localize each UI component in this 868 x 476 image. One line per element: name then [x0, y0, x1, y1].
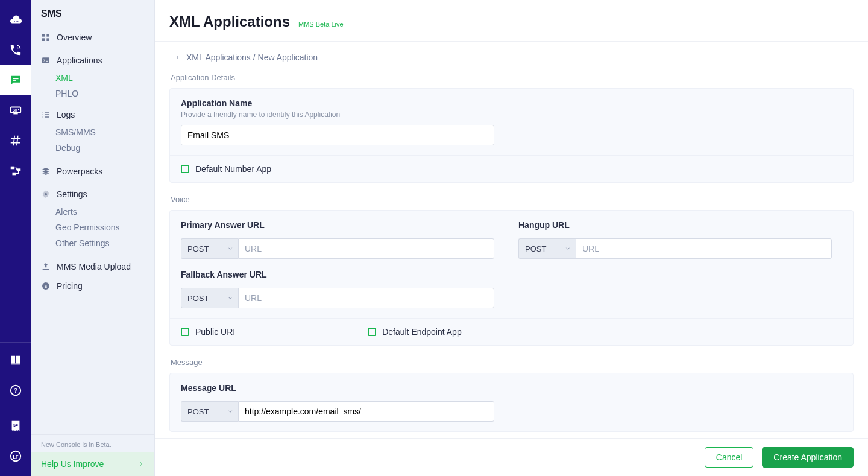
cancel-button[interactable]: Cancel [705, 447, 754, 468]
sidebar-sub-smsmms[interactable]: SMS/MMS [31, 124, 154, 140]
checkbox-icon [181, 165, 189, 173]
breadcrumb-text: XML Applications / New Application [186, 52, 318, 62]
chevron-right-icon [137, 460, 145, 468]
sidebar-label: Applications [57, 56, 102, 65]
message-method-select[interactable]: POST [181, 401, 238, 422]
svg-text:SIP: SIP [13, 108, 19, 112]
checkbox-label: Default Number App [195, 164, 271, 174]
default-endpoint-checkbox[interactable]: Default Endpoint App [368, 327, 462, 337]
phone-icon [9, 43, 22, 57]
rail-docs[interactable] [0, 345, 31, 375]
svg-rect-8 [11, 167, 14, 170]
svg-point-2 [17, 21, 19, 22]
hangup-method-select[interactable]: POST [518, 238, 576, 259]
svg-rect-3 [13, 78, 18, 79]
section-voice: Voice [171, 195, 854, 204]
rail-sip[interactable]: SIP [0, 95, 31, 125]
public-uri-checkbox[interactable]: Public URI [181, 327, 235, 337]
rail-numbers[interactable] [0, 125, 31, 156]
svg-rect-4 [13, 80, 16, 81]
sidebar-sub-geo[interactable]: Geo Permissions [31, 220, 154, 235]
rail-voice[interactable] [0, 35, 31, 65]
checkbox-label: Default Endpoint App [382, 327, 462, 337]
svg-point-1 [16, 21, 17, 22]
sip-icon: SIP [9, 104, 22, 117]
checkbox-label: Public URI [195, 327, 235, 337]
sidebar-item-logs[interactable]: Logs [31, 105, 154, 124]
sidebar-item-mms-media[interactable]: MMS Media Upload [31, 257, 154, 276]
sidebar-label: Settings [57, 189, 87, 199]
svg-rect-20 [46, 38, 49, 41]
svg-point-0 [14, 21, 15, 22]
terminal-icon [41, 56, 51, 65]
sidebar-item-pricing[interactable]: $ Pricing [31, 276, 154, 296]
rail-home[interactable] [0, 5, 31, 35]
create-application-button[interactable]: Create Application [762, 447, 854, 468]
svg-rect-21 [42, 57, 49, 63]
book-icon [9, 354, 22, 367]
primary-method-select[interactable]: POST [181, 238, 238, 259]
icon-rail: SIP ? $= LF [0, 0, 31, 476]
footer-bar: Cancel Create Application [155, 438, 868, 476]
hangup-url-input[interactable] [576, 238, 832, 259]
nodes-icon [9, 164, 22, 177]
sidebar: SMS Overview Applications XML PHLO Logs … [31, 0, 155, 476]
dollar-icon: $ [41, 281, 51, 291]
rail-trunks[interactable] [0, 156, 31, 186]
method-value: POST [525, 244, 546, 253]
fallback-method-select[interactable]: POST [181, 288, 238, 308]
rail-billing[interactable]: $= [0, 411, 31, 441]
beta-note: New Console is in Beta. [31, 435, 154, 452]
chevron-down-icon [227, 246, 233, 252]
invoice-icon: $= [9, 419, 22, 433]
page-badge: MMS Beta Live [298, 21, 344, 28]
message-url-input[interactable] [238, 401, 494, 422]
sidebar-sub-alerts[interactable]: Alerts [31, 204, 154, 220]
svg-rect-7 [13, 113, 17, 115]
sidebar-item-powerpacks[interactable]: Powerpacks [31, 162, 154, 181]
card-message: Message URL POST [169, 373, 854, 432]
primary-url-input[interactable] [238, 238, 494, 259]
sidebar-item-settings[interactable]: Settings [31, 185, 154, 204]
svg-rect-18 [46, 34, 49, 37]
default-number-app-checkbox[interactable]: Default Number App [181, 164, 271, 174]
method-value: POST [187, 244, 209, 253]
fallback-url-input[interactable] [238, 288, 494, 308]
sidebar-item-overview[interactable]: Overview [31, 28, 154, 47]
chevron-down-icon [227, 295, 233, 301]
sidebar-sub-other[interactable]: Other Settings [31, 235, 154, 251]
rail-help[interactable]: ? [0, 375, 31, 405]
sidebar-label: Logs [57, 110, 75, 119]
stack-icon [41, 167, 51, 176]
svg-text:?: ? [14, 387, 17, 394]
hash-icon [9, 134, 22, 147]
dashboard-icon [41, 33, 51, 42]
sidebar-label: Powerpacks [57, 167, 102, 176]
sidebar-item-applications[interactable]: Applications [31, 51, 154, 70]
upload-icon [41, 262, 51, 271]
chevron-down-icon [227, 408, 233, 414]
method-value: POST [187, 407, 209, 416]
gear-icon [41, 189, 51, 199]
sidebar-sub-debug[interactable]: Debug [31, 140, 154, 156]
sidebar-sub-phlo[interactable]: PHLO [31, 86, 154, 101]
rail-account[interactable]: LF [0, 441, 31, 471]
message-url-label: Message URL [181, 383, 842, 393]
svg-text:LF: LF [13, 454, 19, 460]
chat-icon [9, 74, 22, 87]
breadcrumb[interactable]: XML Applications / New Application [174, 52, 854, 62]
sidebar-sub-xml[interactable]: XML [31, 70, 154, 86]
app-name-label: Application Name [181, 98, 842, 108]
help-icon: ? [9, 384, 22, 397]
svg-rect-19 [42, 38, 45, 41]
main: XML Applications MMS Beta Live XML Appli… [155, 0, 868, 476]
app-name-input[interactable] [181, 125, 494, 145]
help-label: Help Us Improve [41, 459, 104, 469]
help-us-improve[interactable]: Help Us Improve [31, 452, 154, 476]
svg-text:$: $ [45, 284, 47, 289]
svg-text:$=: $= [13, 423, 18, 428]
sidebar-title: SMS [31, 0, 154, 28]
method-value: POST [187, 294, 209, 303]
rail-sms[interactable] [0, 65, 31, 95]
card-voice: Primary Answer URL POST Hangup URL [169, 210, 854, 346]
